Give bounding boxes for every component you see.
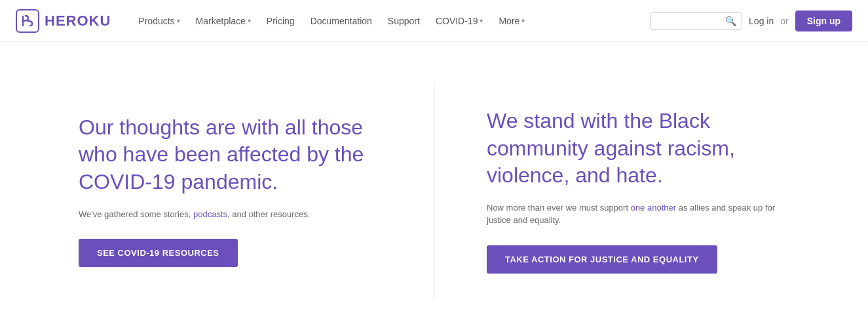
login-link[interactable]: Log in	[749, 16, 774, 26]
chevron-down-icon: ▾	[177, 17, 180, 24]
search-box[interactable]: 🔍	[651, 12, 742, 30]
chevron-down-icon: ▾	[480, 17, 483, 24]
chevron-down-icon: ▾	[248, 17, 251, 24]
logo-link[interactable]: HEROKU	[16, 9, 111, 33]
justice-panel: We stand with the Black community agains…	[434, 81, 868, 300]
covid-subtext: We've gathered some stories, podcasts, a…	[79, 208, 381, 221]
covid-heading: Our thoughts are with all those who have…	[79, 114, 381, 196]
signup-button[interactable]: Sign up	[795, 10, 852, 31]
support-link[interactable]: one another	[631, 203, 676, 213]
nav-item-covid[interactable]: COVID-19 ▾	[429, 12, 490, 30]
nav-item-pricing[interactable]: Pricing	[260, 12, 301, 30]
search-icon: 🔍	[725, 16, 736, 26]
nav-item-marketplace[interactable]: Marketplace ▾	[189, 12, 257, 30]
logo-text: HEROKU	[45, 12, 111, 30]
nav-item-more[interactable]: More ▾	[492, 12, 531, 30]
navbar: HEROKU Products ▾ Marketplace ▾ Pricing …	[0, 0, 868, 42]
justice-action-button[interactable]: TAKE ACTION FOR JUSTICE AND EQUALITY	[487, 245, 717, 274]
search-input[interactable]	[656, 16, 721, 26]
main-content: Our thoughts are with all those who have…	[0, 42, 868, 328]
nav-item-documentation[interactable]: Documentation	[304, 12, 379, 30]
podcasts-link[interactable]: podcasts	[193, 209, 227, 219]
or-label: or	[780, 16, 788, 26]
nav-links: Products ▾ Marketplace ▾ Pricing Documen…	[132, 12, 651, 30]
chevron-down-icon: ▾	[521, 17, 525, 24]
nav-right: 🔍 Log in or Sign up	[651, 10, 852, 31]
nav-item-support[interactable]: Support	[381, 12, 426, 30]
covid-panel: Our thoughts are with all those who have…	[0, 81, 434, 300]
justice-heading: We stand with the Black community agains…	[487, 108, 789, 190]
nav-item-products[interactable]: Products ▾	[132, 12, 186, 30]
justice-subtext: Now more than ever we must support one a…	[487, 201, 789, 227]
logo-icon	[16, 9, 39, 33]
covid-resources-button[interactable]: SEE COVID-19 RESOURCES	[79, 239, 238, 267]
